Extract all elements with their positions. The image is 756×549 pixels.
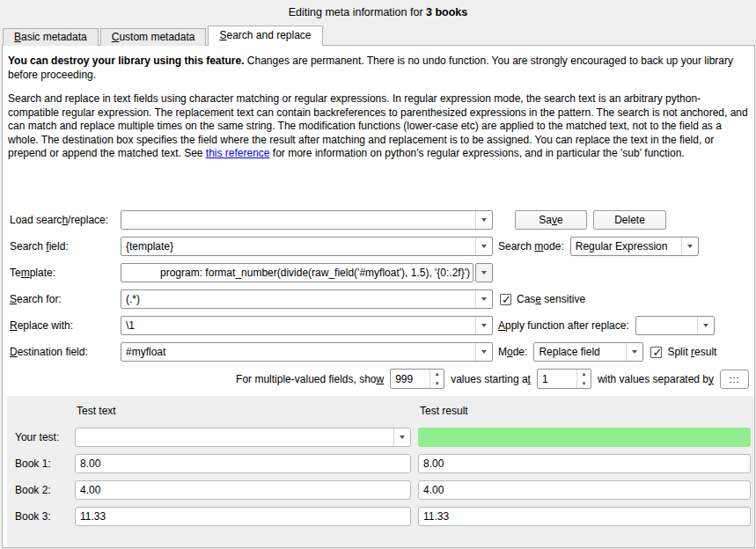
chevron-down-icon — [475, 317, 492, 334]
spin-down-icon[interactable] — [577, 379, 591, 389]
search-for-combo[interactable]: (.*) — [121, 289, 493, 309]
test-text-header: Test text — [75, 405, 411, 417]
spin-down-icon[interactable] — [430, 379, 444, 389]
dialog-title: Editing meta information for 3 books — [0, 6, 756, 18]
apply-function-label: Apply function after replace: — [498, 319, 629, 332]
spinner-buttons — [576, 370, 591, 388]
tab-basic-metadata[interactable]: Basic metadata — [3, 28, 99, 46]
spinner-buttons — [429, 370, 444, 388]
multiple-values-row: For multiple-valued fields, show 999 val… — [236, 369, 749, 389]
book1-label: Book 1: — [15, 458, 68, 470]
description-text-after: for more information on python's regular… — [270, 147, 685, 159]
book3-test-input[interactable]: 11.33 — [75, 507, 411, 526]
search-mode-label: Search mode: — [498, 240, 564, 253]
search-replace-form: Load search/replace: Save Delete Search … — [7, 210, 716, 362]
search-replace-panel: You can destroy your library using this … — [2, 45, 755, 548]
test-result-header: Test result — [418, 405, 751, 417]
book3-test-value: 11.33 — [76, 510, 410, 523]
chevron-down-icon — [475, 290, 492, 308]
tab-search-and-replace[interactable]: Search and replace — [208, 26, 322, 46]
book3-result-field: 11.33 — [418, 507, 751, 526]
test-area: Test text Test result Your test: Book 1:… — [7, 396, 755, 548]
replace-with-value: \1 — [121, 319, 475, 332]
your-test-result-field — [418, 428, 751, 447]
book1-result-value: 8.00 — [419, 458, 750, 470]
book2-label: Book 2: — [15, 484, 68, 496]
search-mode-value: Regular Expression — [571, 240, 681, 253]
book1-test-input[interactable]: 8.00 — [75, 454, 411, 473]
search-field-value: {template} — [121, 240, 475, 253]
book1-test-value: 8.00 — [76, 458, 410, 470]
chevron-down-icon — [681, 238, 698, 255]
destination-field-label: Destination field: — [7, 346, 121, 358]
starting-at-label: values starting at — [451, 373, 531, 385]
case-sensitive-label: Case sensitive — [517, 293, 585, 305]
search-field-label: Search field: — [7, 240, 121, 253]
search-field-combo[interactable]: {template} — [121, 237, 493, 256]
feature-description: Search and replace in text fields using … — [8, 92, 749, 161]
load-search-replace-label: Load search/replace: — [7, 214, 121, 226]
dialog-title-prefix: Editing meta information for — [289, 6, 426, 18]
book2-test-value: 4.00 — [76, 484, 410, 496]
book3-result-value: 11.33 — [419, 510, 750, 523]
delete-button[interactable]: Delete — [593, 210, 666, 230]
case-sensitive-checkbox[interactable] — [500, 294, 511, 305]
reference-link[interactable]: this reference — [206, 147, 270, 159]
search-for-value: (.*) — [121, 293, 475, 305]
start-at-value: 1 — [538, 370, 576, 388]
search-mode-combo[interactable]: Regular Expression — [570, 237, 699, 256]
show-values-label: For multiple-valued fields, show — [236, 373, 384, 385]
chevron-down-icon — [393, 428, 410, 446]
template-history-button[interactable] — [475, 263, 493, 282]
replace-with-combo[interactable]: \1 — [121, 316, 493, 335]
book1-result-field: 8.00 — [418, 454, 751, 473]
bulk-metadata-dialog: Editing meta information for 3 books Bas… — [0, 0, 756, 549]
mode-value: Replace field — [534, 346, 626, 358]
book2-test-input[interactable]: 4.00 — [75, 480, 411, 500]
show-count-spinner[interactable]: 999 — [390, 369, 444, 389]
separated-by-label: with values separated by — [598, 373, 714, 385]
search-for-label: Search for: — [7, 293, 121, 305]
destroy-warning-bold: You can destroy your library using this … — [8, 55, 245, 67]
book2-result-field: 4.00 — [418, 480, 751, 500]
book3-label: Book 3: — [15, 510, 68, 523]
start-at-spinner[interactable]: 1 — [537, 369, 591, 389]
template-input[interactable]: program: format_number(divide(raw_field(… — [121, 263, 473, 282]
mode-combo[interactable]: Replace field — [533, 342, 643, 362]
save-button[interactable]: Save — [515, 210, 587, 230]
chevron-down-icon — [475, 211, 492, 229]
destroy-warning-text: You can destroy your library using this … — [8, 55, 749, 82]
separator-input[interactable]: ::: — [720, 370, 749, 389]
chevron-down-icon — [626, 343, 642, 361]
your-test-label: Your test: — [15, 431, 68, 443]
dialog-title-count: 3 books — [426, 6, 467, 18]
tab-bar: Basic metadata Custom metadata Search an… — [3, 26, 325, 46]
tab-custom-metadata[interactable]: Custom metadata — [100, 28, 207, 46]
chevron-down-icon — [697, 317, 714, 334]
apply-function-combo[interactable] — [635, 316, 715, 335]
spin-up-icon[interactable] — [577, 370, 591, 379]
template-value: program: format_number(divide(raw_field(… — [121, 267, 473, 279]
show-count-value: 999 — [391, 370, 429, 388]
book2-result-value: 4.00 — [419, 484, 750, 496]
your-test-combo[interactable] — [75, 428, 411, 447]
chevron-down-icon — [475, 343, 492, 361]
split-result-checkbox[interactable] — [650, 347, 662, 358]
destination-field-value: #myfloat — [121, 346, 475, 358]
spin-up-icon[interactable] — [430, 370, 444, 379]
replace-with-label: Replace with: — [7, 319, 121, 332]
template-label: Template: — [7, 267, 121, 279]
mode-label: Mode: — [498, 346, 527, 358]
load-search-replace-combo[interactable] — [121, 210, 493, 230]
destination-field-combo[interactable]: #myfloat — [121, 342, 493, 362]
split-result-label: Split result — [667, 346, 716, 358]
chevron-down-icon — [475, 238, 492, 255]
